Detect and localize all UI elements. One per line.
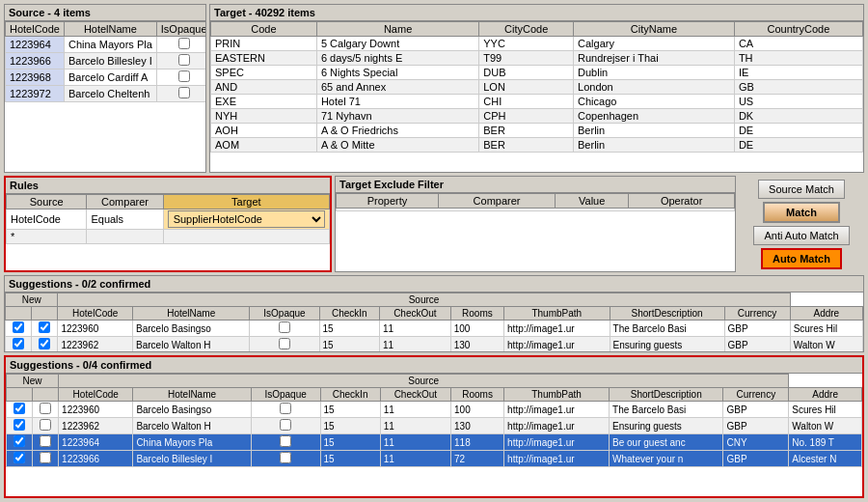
s2-shortdesc: Ensuring guests	[610, 418, 723, 434]
source-isopaque[interactable]	[156, 37, 205, 53]
list-item[interactable]: 1223966 Barcelo Billesley I 15 11 72 htt…	[7, 451, 862, 467]
list-item[interactable]: 1223960 Barcelo Basingso 15 11 100 http:…	[6, 321, 863, 337]
rule-row[interactable]: HotelCode Equals SupplierHotelCode	[7, 209, 330, 230]
target-cityname: Copenhagen	[574, 109, 735, 124]
source-table-scroll[interactable]: HotelCode HotelName IsOpaque CheckIn Che…	[5, 21, 205, 172]
source-match-button[interactable]: Source Match	[758, 180, 845, 199]
s1-checkout: 11	[380, 337, 451, 352]
match-button[interactable]: Match	[763, 202, 840, 223]
s1-checkbox-1[interactable]	[6, 321, 32, 337]
s2-col-new2	[33, 388, 59, 402]
s2-hotelname: China Mayors Pla	[133, 434, 251, 451]
table-row[interactable]: 1223972 Barcelo Cheltenh 15 11	[6, 86, 206, 102]
target-code: AND	[211, 80, 317, 95]
s2-isopaque[interactable]	[251, 418, 320, 434]
excl-col-property: Property	[337, 194, 439, 209]
source-hotelname: Barcelo Billesley I	[64, 53, 156, 70]
s2-checkbox-2[interactable]	[33, 434, 59, 451]
s2-checkbox-1[interactable]	[7, 451, 33, 467]
source-hotelname: China Mayors Pla	[64, 37, 156, 53]
s1-new-header: New	[6, 293, 58, 307]
s1-addre: Scures Hil	[790, 321, 862, 337]
s2-hotelname: Barcelo Basingso	[133, 402, 251, 418]
table-row[interactable]: AOM A & O Mitte BER Berlin DE	[211, 138, 863, 153]
s2-col-shortdesc: ShortDescription	[610, 388, 723, 402]
s1-currency: GBP	[724, 337, 790, 352]
source-isopaque[interactable]	[156, 70, 205, 86]
target-citycode: LON	[479, 80, 574, 95]
s1-col-hotelname: HotelName	[133, 307, 250, 321]
table-row[interactable]: EASTERN 6 days/5 nights E T99 Rundrejser…	[211, 51, 863, 66]
target-cityname: Rundrejser i Thai	[574, 51, 735, 66]
s1-rooms: 130	[450, 337, 503, 352]
s1-isopaque[interactable]	[250, 321, 319, 337]
list-item[interactable]: 1223962 Barcelo Walton H 15 11 130 http:…	[6, 337, 863, 352]
source-hotelname: Barcelo Cardiff A	[64, 70, 156, 86]
rule-target-select[interactable]: SupplierHotelCode	[168, 210, 325, 228]
s2-checkbox-1[interactable]	[7, 402, 33, 418]
s2-isopaque[interactable]	[251, 402, 320, 418]
s1-checkbox-1[interactable]	[6, 337, 32, 352]
target-citycode: BER	[479, 138, 574, 153]
s2-hotelname: Barcelo Billesley I	[133, 451, 251, 467]
s2-checkbox-1[interactable]	[7, 434, 33, 451]
anti-auto-match-button[interactable]: Anti Auto Match	[753, 226, 849, 245]
s2-checkbox-2[interactable]	[33, 402, 59, 418]
auto-match-button[interactable]: Auto Match	[761, 248, 842, 269]
target-name: 71 Nyhavn	[316, 109, 478, 124]
suggestion-panel-1: Suggestions - 0/2 confirmed New Source H…	[4, 275, 864, 352]
s1-col-shortdesc: ShortDescription	[610, 307, 724, 321]
s2-addre: Scures Hil	[789, 402, 862, 418]
list-item[interactable]: 1223964 China Mayors Pla 15 11 118 http:…	[7, 434, 862, 451]
target-name: 5 Calgary Downt	[316, 37, 478, 51]
s2-rooms: 130	[451, 418, 504, 434]
list-item[interactable]: 1223960 Barcelo Basingso 15 11 100 http:…	[7, 402, 862, 418]
s2-source-header: Source	[59, 375, 789, 388]
list-item[interactable]: 1223962 Barcelo Walton H 15 11 130 http:…	[7, 418, 862, 434]
suggestion-1-title: Suggestions - 0/2 confirmed	[5, 276, 863, 293]
target-exclude-scroll[interactable]: Property Comparer Value Operator	[336, 193, 735, 271]
s2-checkin: 15	[320, 402, 380, 418]
rule-target[interactable]: SupplierHotelCode	[163, 209, 329, 230]
target-table-scroll[interactable]: Code Name CityCode CityName CountryCode …	[210, 21, 863, 172]
s2-col-hotelcode: HotelCode	[59, 388, 133, 402]
s1-checkbox-2[interactable]	[32, 321, 58, 337]
s2-isopaque[interactable]	[251, 434, 320, 451]
s2-thumb: http://image1.ur	[504, 451, 610, 467]
source-hotelcode: 1223966	[6, 53, 65, 70]
source-isopaque[interactable]	[156, 86, 205, 102]
s1-isopaque[interactable]	[250, 337, 319, 352]
s2-isopaque[interactable]	[251, 451, 320, 467]
source-title: Source - 4 items	[5, 5, 205, 21]
s2-checkbox-1[interactable]	[7, 418, 33, 434]
target-citycode: YYC	[479, 37, 574, 51]
target-code: EASTERN	[211, 51, 317, 66]
s2-currency: CNY	[723, 434, 789, 451]
s2-thumb: http://image1.ur	[504, 434, 610, 451]
source-isopaque[interactable]	[156, 53, 205, 70]
table-row[interactable]: 1223966 Barcelo Billesley I 15 11	[6, 53, 206, 70]
s2-checkbox-2[interactable]	[33, 418, 59, 434]
table-row[interactable]: AOH A & O Friedrichs BER Berlin DE	[211, 124, 863, 138]
table-row[interactable]: 1223964 China Mayors Pla 15 11	[6, 37, 206, 53]
rules-table-scroll[interactable]: Source Comparer Target HotelCode Equals …	[6, 194, 330, 270]
s1-col-new2	[32, 307, 58, 321]
s2-addre: Alcester N	[789, 451, 862, 467]
target-code: AOM	[211, 138, 317, 153]
rules-col-comparer: Comparer	[87, 195, 163, 209]
s2-new-header: New	[7, 375, 59, 388]
s1-col-thumb: ThumbPath	[504, 307, 610, 321]
table-row[interactable]: PRIN 5 Calgary Downt YYC Calgary CA	[211, 37, 863, 51]
s1-checkbox-2[interactable]	[32, 337, 58, 352]
target-countrycode: CA	[734, 37, 862, 51]
rule-new-row[interactable]: *	[7, 230, 330, 244]
s2-checkbox-2[interactable]	[33, 451, 59, 467]
table-row[interactable]: EXE Hotel 71 CHI Chicago US	[211, 95, 863, 109]
table-row[interactable]: 1223968 Barcelo Cardiff A 15 11	[6, 70, 206, 86]
table-row[interactable]: AND 65 and Annex LON London GB	[211, 80, 863, 95]
s2-shortdesc: The Barcelo Basi	[610, 402, 723, 418]
s1-shortdesc: Ensuring guests	[610, 337, 724, 352]
s1-checkout: 11	[380, 321, 451, 337]
table-row[interactable]: SPEC 6 Nights Special DUB Dublin IE	[211, 66, 863, 80]
table-row[interactable]: NYH 71 Nyhavn CPH Copenhagen DK	[211, 109, 863, 124]
